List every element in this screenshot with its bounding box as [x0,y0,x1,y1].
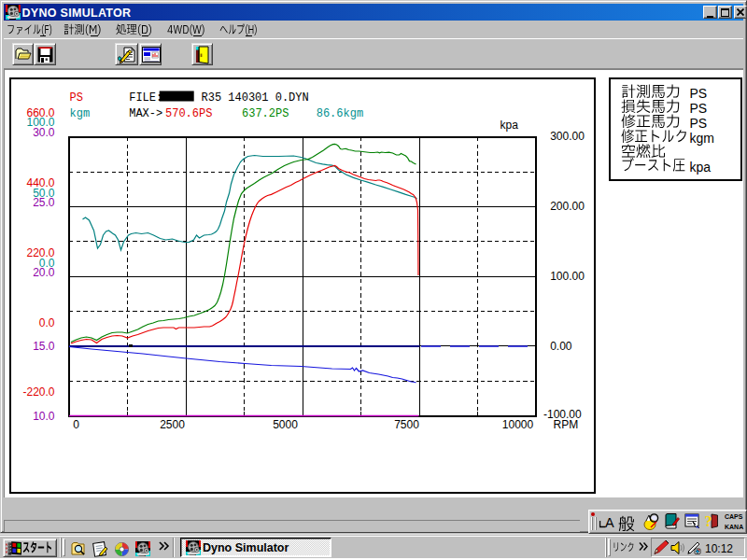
svg-text:86.6kgm: 86.6kgm [316,107,362,120]
svg-text:0.0: 0.0 [38,316,54,329]
svg-text:5000: 5000 [273,418,298,431]
svg-text:25.0: 25.0 [33,196,55,209]
svg-text:0: 0 [73,418,79,431]
svg-text:10000: 10000 [501,418,533,431]
svg-text:100.00: 100.00 [550,270,585,283]
svg-text:7500: 7500 [394,418,419,431]
svg-text:300.00: 300.00 [550,130,585,143]
svg-text:?: ? [705,513,712,529]
svg-text:10.0: 10.0 [33,410,55,423]
svg-text:MAX->: MAX-> [129,107,162,120]
svg-text:FILE:: FILE: [129,91,162,105]
svg-text:2500: 2500 [160,418,185,431]
svg-text:RPM: RPM [553,418,578,431]
svg-text:0.00: 0.00 [550,340,572,353]
svg-text:PS: PS [69,91,82,105]
svg-text:637.2PS: 637.2PS [242,107,289,120]
svg-text:30.0: 30.0 [33,126,55,139]
svg-text:kgm: kgm [69,107,90,120]
svg-text:570.6PS: 570.6PS [165,107,212,120]
svg-text:15.0: 15.0 [33,340,55,353]
svg-text:20.0: 20.0 [33,266,55,279]
svg-text:R35 140301 0.DYN: R35 140301 0.DYN [201,91,308,105]
svg-text:-220.0: -220.0 [22,385,54,399]
svg-text:200.00: 200.00 [550,200,585,213]
svg-text:kpa: kpa [500,119,518,132]
